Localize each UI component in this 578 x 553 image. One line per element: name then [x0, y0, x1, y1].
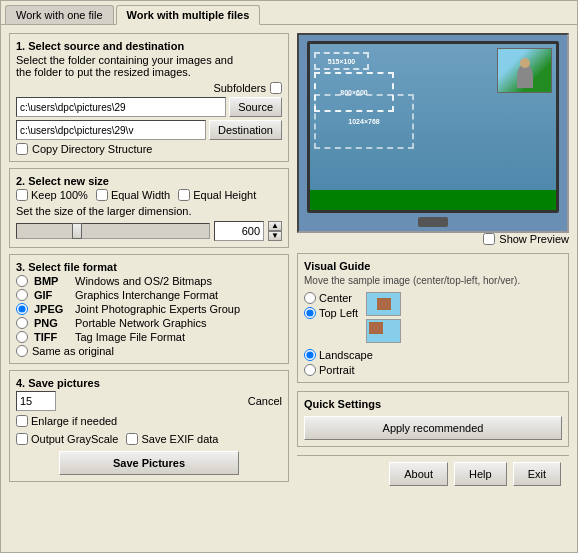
portrait-option[interactable]: Portrait — [304, 364, 562, 376]
show-preview-checkbox[interactable] — [483, 233, 495, 245]
position-thumbs — [366, 292, 401, 343]
top-left-thumb-inner — [369, 322, 383, 334]
dest-path-input[interactable] — [16, 120, 206, 140]
taskbar — [310, 190, 556, 210]
quality-input[interactable] — [16, 391, 56, 411]
section-source-dest: 1. Select source and destination Select … — [9, 33, 289, 162]
spin-up[interactable]: ▲ — [268, 221, 282, 231]
enlarge-label[interactable]: Enlarge if needed — [16, 415, 117, 427]
size-box-large: 1024×768 — [314, 94, 414, 149]
section-size: 2. Select new size Keep 100% Equal Width… — [9, 168, 289, 248]
equal-height-checkbox[interactable] — [178, 189, 190, 201]
tab-bar: Work with one file Work with multiple fi… — [1, 1, 577, 25]
section1-desc: Select the folder containing your images… — [16, 54, 282, 78]
preview-area: 515×100 800×600 1024×768 — [297, 33, 569, 233]
format-png-radio[interactable] — [16, 317, 28, 329]
show-preview-label: Show Preview — [499, 233, 569, 245]
visual-guide-section: Visual Guide Move the sample image (cent… — [297, 253, 569, 383]
save-pictures-button[interactable]: Save Pictures — [59, 451, 239, 475]
portrait-radio[interactable] — [304, 364, 316, 376]
format-jpeg: JPEG Joint Photographic Experts Group — [16, 303, 282, 315]
section1-title: 1. Select source and destination — [16, 40, 282, 52]
section-format: 3. Select file format BMP Windows and OS… — [9, 254, 289, 364]
section3-title: 3. Select file format — [16, 261, 282, 273]
exit-button[interactable]: Exit — [513, 462, 561, 486]
tab-work-multiple-files[interactable]: Work with multiple files — [116, 5, 261, 25]
visual-guide-desc: Move the sample image (center/top-left, … — [304, 275, 562, 286]
format-jpeg-radio[interactable] — [16, 303, 28, 315]
main-window: Work with one file Work with multiple fi… — [0, 0, 578, 553]
size-slider[interactable] — [16, 223, 210, 239]
about-button[interactable]: About — [389, 462, 448, 486]
format-gif-radio[interactable] — [16, 289, 28, 301]
keep-row: Keep 100% Equal Width Equal Height — [16, 189, 282, 201]
equal-height-label[interactable]: Equal Height — [178, 189, 256, 201]
photo-preview — [497, 48, 552, 93]
section-save: 4. Save pictures Cancel Enlarge if neede… — [9, 370, 289, 482]
format-bmp: BMP Windows and OS/2 Bitmaps — [16, 275, 282, 287]
monitor-screen: 515×100 800×600 1024×768 — [310, 44, 556, 210]
save-options-row: Enlarge if needed — [16, 415, 282, 427]
save-btn-row: Save Pictures — [16, 451, 282, 475]
bottom-buttons: About Help Exit — [297, 455, 569, 492]
size-input[interactable] — [214, 221, 264, 241]
source-button[interactable]: Source — [229, 97, 282, 117]
equal-width-label[interactable]: Equal Width — [96, 189, 170, 201]
visual-guide-options: Center Top Left — [304, 292, 562, 343]
exif-checkbox[interactable] — [126, 433, 138, 445]
visual-guide-title: Visual Guide — [304, 260, 562, 272]
position-radios: Center Top Left — [304, 292, 358, 319]
equal-width-checkbox[interactable] — [96, 189, 108, 201]
source-row: Source — [16, 97, 282, 117]
same-original-label: Same as original — [32, 345, 114, 357]
quality-row: Cancel — [16, 391, 282, 411]
monitor-stand — [418, 217, 448, 227]
source-path-input[interactable] — [16, 97, 226, 117]
person-head — [520, 58, 530, 68]
center-thumb — [366, 292, 401, 316]
show-preview-row: Show Preview — [297, 233, 569, 245]
grayscale-label[interactable]: Output GrayScale — [16, 433, 118, 445]
subfolders-checkbox[interactable] — [270, 82, 282, 94]
section2-title: 2. Select new size — [16, 175, 282, 187]
format-tiff-radio[interactable] — [16, 331, 28, 343]
same-original-row: Same as original — [16, 345, 282, 357]
size-box-small: 515×100 — [314, 52, 369, 70]
enlarge-checkbox[interactable] — [16, 415, 28, 427]
landscape-radio[interactable] — [304, 349, 316, 361]
copy-dir-row: Copy Directory Structure — [16, 143, 282, 155]
quick-settings-title: Quick Settings — [304, 398, 562, 410]
apply-recommended-button[interactable]: Apply recommended — [304, 416, 562, 440]
format-bmp-radio[interactable] — [16, 275, 28, 287]
landscape-option[interactable]: Landscape — [304, 349, 562, 361]
right-panel: 515×100 800×600 1024×768 — [297, 33, 569, 544]
top-left-thumb — [366, 319, 401, 343]
center-radio[interactable] — [304, 292, 316, 304]
exif-label[interactable]: Save EXIF data — [126, 433, 218, 445]
format-gif: GIF Graphics Interchange Format — [16, 289, 282, 301]
keep100-label[interactable]: Keep 100% — [16, 189, 88, 201]
destination-button[interactable]: Destination — [209, 120, 282, 140]
save-options-row2: Output GrayScale Save EXIF data — [16, 433, 282, 445]
tab-work-one-file[interactable]: Work with one file — [5, 5, 114, 24]
larger-dim-label: Set the size of the larger dimension. — [16, 205, 282, 217]
content-area: 1. Select source and destination Select … — [1, 25, 577, 552]
subfolders-label: Subfolders — [213, 82, 266, 94]
section4-title: 4. Save pictures — [16, 377, 282, 389]
cancel-label: Cancel — [248, 395, 282, 407]
center-option[interactable]: Center — [304, 292, 358, 304]
top-left-option[interactable]: Top Left — [304, 307, 358, 319]
subfolder-row: Subfolders — [16, 82, 282, 94]
dest-row: Destination — [16, 120, 282, 140]
left-panel: 1. Select source and destination Select … — [9, 33, 289, 544]
format-same-radio[interactable] — [16, 345, 28, 357]
spin-down[interactable]: ▼ — [268, 231, 282, 241]
top-left-radio[interactable] — [304, 307, 316, 319]
center-thumb-inner — [377, 298, 391, 310]
copy-dir-checkbox[interactable] — [16, 143, 28, 155]
grayscale-checkbox[interactable] — [16, 433, 28, 445]
help-button[interactable]: Help — [454, 462, 507, 486]
keep100-checkbox[interactable] — [16, 189, 28, 201]
quick-settings-section: Quick Settings Apply recommended — [297, 391, 569, 447]
spin-buttons: ▲ ▼ — [268, 221, 282, 241]
